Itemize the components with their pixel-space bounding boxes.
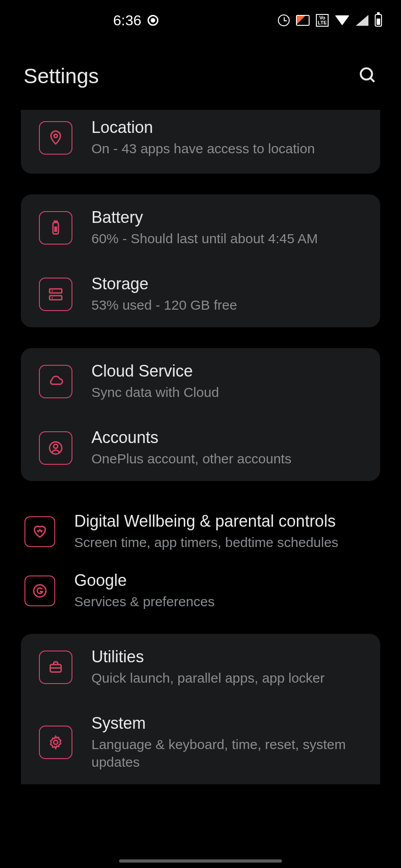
row-subtitle: Language & keyboard, time, reset, system… [91, 736, 362, 771]
settings-card: Utilities Quick launch, parallel apps, a… [21, 634, 380, 784]
wellbeing-icon-box [24, 516, 55, 547]
pin-icon [48, 130, 64, 146]
row-title: Google [74, 571, 377, 590]
settings-row-utilities[interactable]: Utilities Quick launch, parallel apps, a… [21, 634, 380, 700]
settings-row-location[interactable]: Location On - 43 apps have access to loc… [21, 110, 380, 174]
row-subtitle: Services & preferences [74, 593, 377, 610]
row-text: Cloud Service Sync data with Cloud [91, 362, 362, 401]
row-subtitle: OnePlus account, other accounts [91, 450, 362, 467]
settings-row-cloud[interactable]: Cloud Service Sync data with Cloud [21, 348, 380, 415]
settings-card: Cloud Service Sync data with Cloud Accou… [21, 348, 380, 481]
briefcase-icon [48, 659, 64, 675]
gear-icon [48, 734, 64, 750]
cloud-icon [48, 373, 64, 390]
app-header: Settings [0, 41, 401, 110]
row-title: Battery [91, 208, 362, 227]
settings-row-battery[interactable]: Battery 60% - Should last until about 4:… [21, 194, 380, 261]
row-title: Cloud Service [91, 362, 362, 381]
settings-row-wellbeing[interactable]: Digital Wellbeing & parental controls Sc… [21, 502, 380, 561]
row-title: Storage [91, 274, 362, 293]
row-subtitle: 53% used - 120 GB free [91, 296, 362, 314]
settings-row-google[interactable]: Google Services & preferences [21, 561, 380, 620]
row-title: Utilities [91, 647, 362, 666]
system-icon-box [39, 726, 72, 759]
settings-section: Digital Wellbeing & parental controls Sc… [21, 502, 380, 620]
location-icon-box [39, 121, 72, 155]
heart-icon [32, 524, 48, 540]
row-subtitle: Screen time, app timers, bedtime schedul… [74, 533, 377, 551]
google-icon-box [24, 576, 55, 606]
search-icon [358, 66, 377, 84]
settings-row-system[interactable]: System Language & keyboard, time, reset,… [21, 700, 380, 784]
row-subtitle: Sync data with Cloud [91, 383, 362, 401]
row-title: System [91, 714, 362, 733]
accounts-icon-box [39, 431, 72, 465]
row-title: Accounts [91, 428, 362, 447]
battery-icon-box [39, 211, 72, 245]
battery-icon [375, 14, 382, 27]
row-text: Accounts OnePlus account, other accounts [91, 428, 362, 467]
row-text: Location On - 43 apps have access to loc… [91, 118, 362, 157]
settings-card: Location On - 43 apps have access to loc… [21, 110, 380, 174]
wifi-icon [335, 15, 349, 25]
row-title: Digital Wellbeing & parental controls [74, 512, 377, 531]
search-button[interactable] [356, 63, 379, 88]
row-subtitle: Quick launch, parallel apps, app locker [91, 669, 362, 687]
signal-icon [356, 15, 368, 26]
utilities-icon-box [39, 651, 72, 684]
google-icon [32, 583, 48, 599]
settings-row-accounts[interactable]: Accounts OnePlus account, other accounts [21, 415, 380, 481]
row-subtitle: On - 43 apps have access to location [91, 140, 362, 157]
row-subtitle: 60% - Should last until about 4:45 AM [91, 230, 362, 247]
storage-icon-box [39, 278, 72, 311]
page-title: Settings [24, 64, 99, 88]
row-text: System Language & keyboard, time, reset,… [91, 714, 362, 771]
row-text: Digital Wellbeing & parental controls Sc… [74, 512, 377, 551]
volte-icon: Vo LTE [316, 14, 329, 27]
row-text: Storage 53% used - 120 GB free [91, 274, 362, 314]
recording-indicator-icon [148, 15, 158, 26]
storage-icon [48, 286, 64, 302]
settings-card: Battery 60% - Should last until about 4:… [21, 194, 380, 327]
svg-point-0 [361, 68, 372, 80]
row-text: Battery 60% - Should last until about 4:… [91, 208, 362, 247]
status-bar: 6:36 Vo LTE [0, 0, 401, 41]
svg-line-1 [371, 78, 374, 82]
row-title: Location [91, 118, 362, 137]
row-text: Utilities Quick launch, parallel apps, a… [91, 647, 362, 687]
cloud-icon-box [39, 365, 72, 398]
settings-row-storage[interactable]: Storage 53% used - 120 GB free [21, 261, 380, 327]
home-indicator[interactable] [119, 859, 282, 863]
status-time: 6:36 [113, 12, 141, 29]
cast-icon [296, 15, 310, 26]
person-icon [48, 440, 64, 456]
battery-icon [48, 220, 64, 236]
row-text: Google Services & preferences [74, 571, 377, 610]
alarm-icon [278, 14, 290, 26]
